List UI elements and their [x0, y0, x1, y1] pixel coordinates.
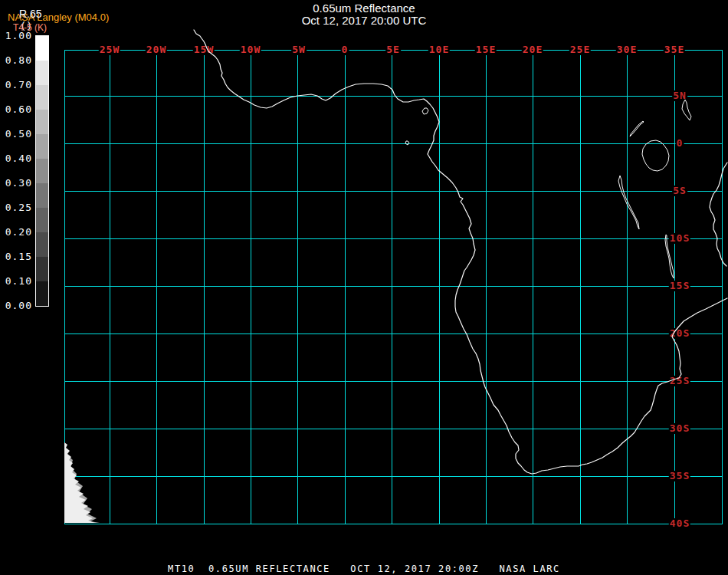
reflectance-colorbar — [35, 35, 49, 307]
cloud-field — [64, 452, 100, 523]
latitude-label: 20S — [669, 328, 690, 339]
colorbar-segment — [36, 183, 48, 208]
graticule-grid — [0, 0, 728, 575]
satellite-quicklook-image: 0.65um Reflectance Oct 12, 2017 20:00 UT… — [0, 0, 728, 575]
colorbar-segment — [36, 281, 48, 306]
colorbar-tick-label: 0.30 — [2, 177, 32, 189]
colorbar-tick-label: 0.80 — [2, 54, 32, 66]
lake-outline — [630, 121, 644, 136]
colorbar-segment — [36, 159, 48, 183]
colorbar-segment — [36, 85, 48, 110]
colorbar-tick-label: 0.20 — [2, 226, 32, 238]
longitude-label: 5W — [291, 44, 307, 55]
longitude-label: 20E — [522, 44, 543, 55]
longitude-label: 15E — [475, 44, 497, 55]
colorbar-tick-label: 0.60 — [2, 104, 32, 115]
colorbar-tick-label: 0.50 — [2, 128, 32, 140]
longitude-label: 5E — [385, 44, 401, 55]
latitude-label: 30S — [669, 423, 690, 434]
colorbar-segment — [36, 110, 48, 134]
latitude-label: 5N — [672, 90, 687, 101]
latitude-label: 25S — [669, 376, 690, 386]
latitude-label: 40S — [669, 518, 690, 529]
colorbar-tick-label: 0.40 — [2, 153, 32, 164]
page-subtitle-timestamp: Oct 12, 2017 20:00 UTC — [0, 15, 728, 27]
colorbar-segment — [36, 208, 48, 232]
colorbar-tick-label: 0.15 — [2, 251, 32, 262]
lake-outline — [405, 141, 409, 145]
alt-channel-label: T4-5 (K) — [13, 22, 47, 33]
colorbar-segment — [36, 232, 48, 257]
coastline — [194, 30, 727, 474]
colorbar-segment — [36, 61, 48, 85]
colorbar-tick-label: 0.25 — [2, 202, 32, 213]
longitude-label: 25E — [569, 44, 591, 55]
latitude-label: 35S — [669, 471, 690, 481]
coastline-overlay — [0, 0, 728, 575]
longitude-label: 30E — [616, 44, 638, 55]
latitude-label: 0 — [676, 138, 684, 149]
colorbar-segment — [36, 134, 48, 159]
colorbar-segment — [36, 257, 48, 281]
latitude-label: 15S — [669, 281, 690, 291]
coastline — [710, 163, 727, 266]
longitude-label: 10E — [428, 44, 450, 55]
lake-outline — [642, 140, 669, 171]
colorbar-tick-label: 0.00 — [2, 300, 32, 311]
page-title: 0.65um Reflectance — [0, 2, 728, 15]
latitude-label: 10S — [669, 233, 690, 244]
lake-outline — [422, 108, 428, 114]
longitude-label: 10W — [240, 44, 261, 55]
longitude-label: 25W — [99, 44, 120, 55]
longitude-label: 0 — [341, 44, 349, 55]
longitude-label: 15W — [193, 44, 215, 55]
cloud-field — [64, 442, 95, 523]
map-frame — [64, 50, 722, 524]
longitude-label: 35E — [664, 44, 685, 55]
latitude-label: 5S — [672, 186, 687, 196]
colorbar-segment — [36, 36, 48, 61]
footer-caption: MT10 0.65UM REFLECTANCE OCT 12, 2017 20:… — [0, 564, 728, 574]
product-channel-label: R.65 — [19, 8, 42, 20]
longitude-label: 20W — [146, 44, 167, 55]
colorbar-tick-label: 0.10 — [2, 275, 32, 287]
lake-outline — [682, 100, 691, 120]
lake-outline — [618, 176, 639, 229]
colorbar-tick-label: 0.70 — [2, 79, 32, 90]
